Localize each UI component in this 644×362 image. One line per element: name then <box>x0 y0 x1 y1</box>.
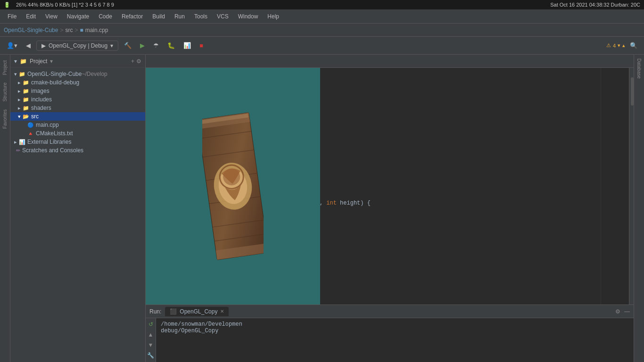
build-button[interactable]: 🔨 <box>121 40 134 51</box>
expand-icon: ▾ <box>18 114 21 120</box>
tree-cmake-lists-label: CMakeLists.txt <box>36 130 73 137</box>
tree-cmake-build-label: cmake-build-debug <box>31 79 79 86</box>
wrench-icon[interactable]: 🔧 <box>146 351 155 360</box>
cmake-file-icon: 🔺 <box>27 131 34 137</box>
tree-root[interactable]: ▾ 📁 OpenGL-Single-Cube ~/Develop <box>10 70 145 78</box>
breadcrumb-project[interactable]: OpenGL-Single-Cube <box>4 27 58 33</box>
menu-refactor[interactable]: Refactor <box>118 11 147 22</box>
toolbar: 👤▾ ◀ ▶ OpenGL_Copy | Debug ▾ 🔨 ▶ ☂ 🐛 📊 ■… <box>0 37 644 55</box>
warning-count: 4 <box>613 43 616 49</box>
settings-icon[interactable]: ⚙ <box>615 308 620 315</box>
editor-main: ow); &VAO); ck(GLFWwindow *window, int w… <box>146 55 634 304</box>
collapse-icon: ▸ <box>18 88 21 94</box>
folder-icon: 📂 <box>23 114 29 120</box>
user-button[interactable]: 👤▾ <box>4 40 20 51</box>
menu-edit[interactable]: Edit <box>22 11 40 22</box>
debug-button[interactable]: 🐛 <box>165 40 178 51</box>
tree-cmake-build[interactable]: ▸ 📁 cmake-build-debug <box>10 78 145 87</box>
terminal-line-2: debug/OpenGL_Copy <box>161 328 629 334</box>
folder-icon: 📁 <box>19 71 25 77</box>
tree-cmake-lists[interactable]: 🔺 CMakeLists.txt <box>10 129 145 138</box>
tree-images-label: images <box>31 88 50 94</box>
editor-scrollbar[interactable] <box>629 68 634 304</box>
system-bar-left: 🔋 26% 44% 8KB/s 0 KB/s [1] *2 3 4 5 6 7 … <box>4 2 114 8</box>
run-config-selector[interactable]: ▶ OpenGL_Copy | Debug ▾ <box>36 41 118 51</box>
minimap <box>601 68 629 304</box>
tree-root-label: OpenGL-Single-Cube <box>27 71 82 77</box>
system-info: 26% 44% 8KB/s 0 KB/s [1] *2 3 4 5 6 7 8 … <box>16 2 114 8</box>
menu-build[interactable]: Build <box>149 11 169 22</box>
menu-navigate[interactable]: Navigate <box>63 11 93 22</box>
scroll-down-icon[interactable]: ▼ <box>147 341 155 349</box>
menu-file[interactable]: File <box>4 11 20 22</box>
terminal-output: /home/snowman/Developmen debug/OpenGL_Co… <box>156 318 634 362</box>
chevron-down-icon: ▾ <box>110 42 113 49</box>
coverage-button[interactable]: ☂ <box>150 40 162 51</box>
tree-includes[interactable]: ▸ 📁 includes <box>10 95 145 104</box>
run-tab[interactable]: ⬛ OpenGL_Copy ✕ <box>165 307 229 316</box>
menu-tools[interactable]: Tools <box>190 11 211 22</box>
run-content: ↺ ▲ ▼ 🔧 ■ 📌 ≡ 🖨 🗑 /home/snowman/Developm… <box>146 318 634 362</box>
main-content: Project Structure Favorites ▾ 📁 Project … <box>0 55 644 362</box>
collapse-icon: ▸ <box>18 97 21 103</box>
menu-vcs[interactable]: VCS <box>213 11 232 22</box>
restart-icon[interactable]: ↺ <box>148 320 154 329</box>
tree-src[interactable]: ▾ 📂 src <box>10 112 145 121</box>
menu-code[interactable]: Code <box>95 11 116 22</box>
menu-run[interactable]: Run <box>171 11 189 22</box>
breadcrumb: OpenGL-Single-Cube > src > ■ main.cpp <box>0 24 644 37</box>
breadcrumb-icon: ■ <box>80 27 83 33</box>
collapse-icon: ▸ <box>18 80 21 86</box>
scratches-icon: ✏ <box>16 148 20 154</box>
terminal-line-1: /home/snowman/Developmen <box>161 321 629 328</box>
system-bar-right: Sat Oct 16 2021 04:38:32 Durban: 20C <box>550 2 640 8</box>
tree-scratches[interactable]: ✏ Scratches and Consoles <box>10 146 145 155</box>
tree-main-cpp[interactable]: 🔵 main.cpp <box>10 121 145 129</box>
folder-icon: 📁 <box>23 97 29 103</box>
minimize-icon[interactable]: — <box>624 308 630 315</box>
add-icon[interactable]: + <box>131 58 134 65</box>
tree-root-suffix: ~/Develop <box>82 71 107 77</box>
folder-icon: 📁 <box>23 80 29 86</box>
database-icon[interactable]: Database <box>636 55 643 82</box>
back-button[interactable]: ◀ <box>23 40 33 51</box>
stop-button[interactable]: ■ <box>197 40 206 51</box>
toolbar-left: 👤▾ ◀ ▶ OpenGL_Copy | Debug ▾ 🔨 ▶ ☂ 🐛 📊 ■ <box>4 40 206 51</box>
warnings-area[interactable]: ⚠ 4 ▾ ▴ <box>606 42 625 49</box>
project-header-left: ▾ 📁 Project ▾ <box>14 58 53 65</box>
tree-images[interactable]: ▸ 📁 images <box>10 87 145 95</box>
scroll-thumb[interactable] <box>631 77 634 106</box>
sidebar-item-structure[interactable]: Structure <box>1 79 8 106</box>
project-panel: ▾ 📁 Project ▾ + ⚙ ▾ 📁 OpenGL-Single-Cube… <box>10 55 146 362</box>
tree-shaders[interactable]: ▸ 📁 shaders <box>10 104 145 112</box>
menu-help[interactable]: Help <box>264 11 283 22</box>
tree-src-label: src <box>31 113 39 120</box>
menu-view[interactable]: View <box>41 11 61 22</box>
run-tab-icon: ⬛ <box>170 308 177 315</box>
sidebar-item-project[interactable]: Project <box>1 57 8 79</box>
right-sidebar: Database <box>634 55 644 362</box>
menu-window[interactable]: Window <box>234 11 262 22</box>
folder-icon: 📁 <box>23 88 29 94</box>
sidebar-item-favorites[interactable]: Favorites <box>1 106 8 132</box>
bottom-section: Run: ⬛ OpenGL_Copy ✕ ⚙ — ↺ ▲ ▼ 🔧 ■ <box>146 304 634 362</box>
battery-icon: 🔋 <box>4 2 10 8</box>
profile-button[interactable]: 📊 <box>181 40 194 51</box>
search-button[interactable]: 🔍 <box>627 40 640 51</box>
file-tree: ▾ 📁 OpenGL-Single-Cube ~/Develop ▸ 📁 cma… <box>10 68 145 362</box>
breadcrumb-sep1: > <box>60 27 63 33</box>
run-button[interactable]: ▶ <box>137 40 148 51</box>
system-bar: 🔋 26% 44% 8KB/s 0 KB/s [1] *2 3 4 5 6 7 … <box>0 0 644 9</box>
settings-icon[interactable]: ⚙ <box>136 58 141 65</box>
breadcrumb-src[interactable]: src <box>65 27 73 33</box>
tree-external-libs[interactable]: ▸ 📊 External Libraries <box>10 138 145 146</box>
close-icon[interactable]: ✕ <box>220 309 224 314</box>
toolbar-right: ⚠ 4 ▾ ▴ 🔍 <box>606 40 640 51</box>
breadcrumb-file[interactable]: main.cpp <box>85 27 108 33</box>
tree-shaders-label: shaders <box>31 105 51 111</box>
run-left-icons: ↺ ▲ ▼ 🔧 ■ 📌 ≡ 🖨 🗑 <box>146 318 156 362</box>
scroll-up-icon[interactable]: ▲ <box>147 330 155 339</box>
project-icon: 📁 <box>20 58 27 65</box>
editor-with-bottom: ow); &VAO); ck(GLFWwindow *window, int w… <box>146 55 634 362</box>
expand-icon: ▾ <box>14 71 17 77</box>
